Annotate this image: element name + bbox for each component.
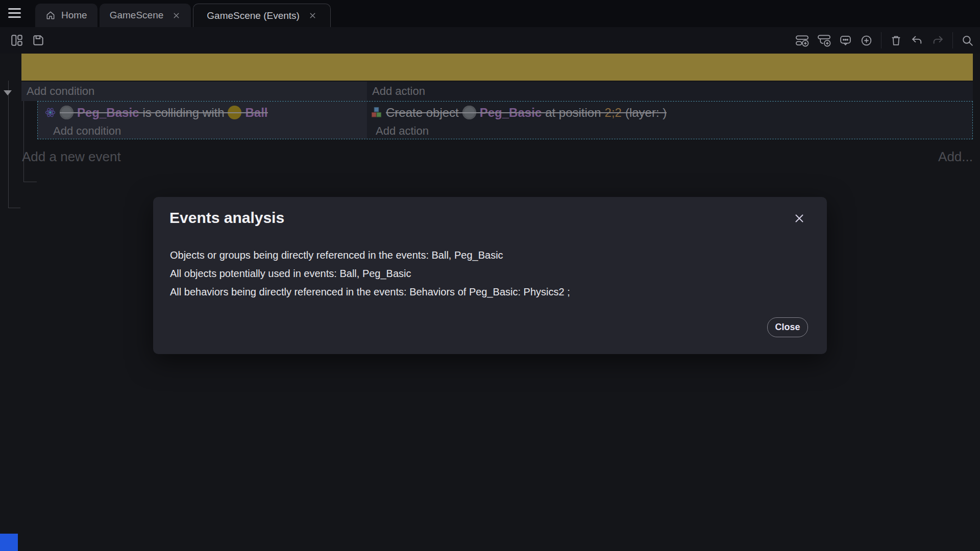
undo-icon[interactable]: [911, 34, 923, 47]
action-text-3: (layer: ): [625, 106, 667, 120]
tree-guide-line: [23, 182, 37, 182]
redo-icon[interactable]: [932, 34, 944, 47]
add-condition-link[interactable]: Add condition: [44, 123, 121, 139]
action-row[interactable]: Create object Peg_Basic at position 2;2 …: [371, 102, 972, 123]
dialog-title: Events analysis: [169, 209, 284, 227]
menu-icon[interactable]: [8, 8, 21, 19]
add-new-event-link[interactable]: Add a new event: [22, 149, 121, 165]
actions-cell[interactable]: Add action: [367, 82, 973, 101]
bottom-left-blue-square: [0, 534, 18, 551]
toolbar-right-group: [795, 27, 974, 54]
close-button[interactable]: Close: [767, 317, 808, 337]
action-text-2: at position: [545, 106, 601, 120]
toolbar-left-group: [10, 27, 45, 54]
subevent-conditions-cell[interactable]: Peg_Basic is colliding with Ball Add con…: [38, 102, 367, 139]
event-row: Add condition Add action: [21, 82, 973, 101]
condition-row[interactable]: Peg_Basic is colliding with Ball: [44, 102, 367, 123]
collapse-triangle-icon[interactable]: [4, 90, 12, 95]
add-action-link[interactable]: Add action: [367, 82, 973, 101]
condition-middle-text: is colliding with: [142, 106, 224, 120]
selected-event-row[interactable]: [21, 54, 973, 81]
selected-subevent[interactable]: Peg_Basic is colliding with Ball Add con…: [37, 101, 973, 139]
close-icon[interactable]: [308, 11, 317, 20]
dialog-close-icon[interactable]: [793, 212, 805, 224]
add-circle-icon[interactable]: [860, 34, 873, 47]
tab-gamescene-events-label: GameScene (Events): [207, 10, 300, 21]
peg-basic-object-icon: [60, 106, 74, 119]
add-condition-link[interactable]: Add condition: [21, 82, 367, 101]
condition-object1: Peg_Basic: [77, 106, 139, 120]
analysis-line: Objects or groups being directly referen…: [170, 246, 570, 264]
subevent-add-action[interactable]: Add action: [371, 123, 972, 139]
close-icon[interactable]: [172, 11, 181, 20]
tab-gamescene-events[interactable]: GameScene (Events): [193, 4, 331, 27]
delete-icon[interactable]: [890, 34, 902, 47]
action-text-1: Create object: [386, 106, 459, 120]
tree-guide-line: [8, 81, 9, 208]
ball-object-icon: [228, 106, 241, 119]
toolbar-divider: [952, 32, 953, 48]
condition-object2: Ball: [245, 106, 267, 120]
add-subevent-icon[interactable]: [817, 34, 831, 47]
tab-home-label: Home: [61, 10, 87, 21]
home-icon: [45, 10, 56, 20]
save-icon[interactable]: [32, 34, 45, 47]
action-coords: 2;2: [605, 106, 622, 120]
tab-gamescene[interactable]: GameScene: [100, 4, 191, 27]
tab-gamescene-label: GameScene: [110, 10, 164, 21]
close-button-label: Close: [775, 322, 800, 333]
subevent-actions-cell[interactable]: Create object Peg_Basic at position 2;2 …: [367, 102, 972, 139]
analysis-line: All objects potentially used in events: …: [170, 264, 570, 283]
layout-panels-icon[interactable]: [10, 34, 23, 47]
add-event-icon[interactable]: [795, 34, 809, 47]
tab-bar: Home GameScene GameScene (Events): [0, 0, 980, 27]
dialog-body: Objects or groups being directly referen…: [170, 246, 570, 301]
add-action-link[interactable]: Add action: [371, 123, 429, 139]
toolbar-divider: [881, 32, 881, 48]
subevent-add-condition[interactable]: Add condition: [44, 123, 367, 139]
create-object-icon: [371, 107, 382, 118]
conditions-cell[interactable]: Add condition: [21, 82, 367, 101]
tree-guide-line: [8, 208, 20, 208]
physics-behavior-icon: [44, 107, 56, 118]
events-analysis-dialog: Events analysis Objects or groups being …: [153, 197, 827, 354]
add-comment-icon[interactable]: [839, 34, 852, 47]
analysis-line: All behaviors being directly referenced …: [170, 283, 570, 301]
search-icon[interactable]: [961, 34, 974, 47]
action-text: Create object Peg_Basic at position 2;2 …: [386, 106, 667, 120]
condition-text: Peg_Basic is colliding with Ball: [60, 106, 268, 120]
action-object: Peg_Basic: [480, 106, 542, 120]
events-toolbar: Preview Publish: [0, 27, 980, 54]
peg-basic-object-icon: [462, 106, 476, 119]
tab-strip: Home GameScene GameScene (Events): [35, 4, 331, 27]
tab-home[interactable]: Home: [35, 4, 97, 27]
add-more-link[interactable]: Add...: [938, 149, 973, 165]
